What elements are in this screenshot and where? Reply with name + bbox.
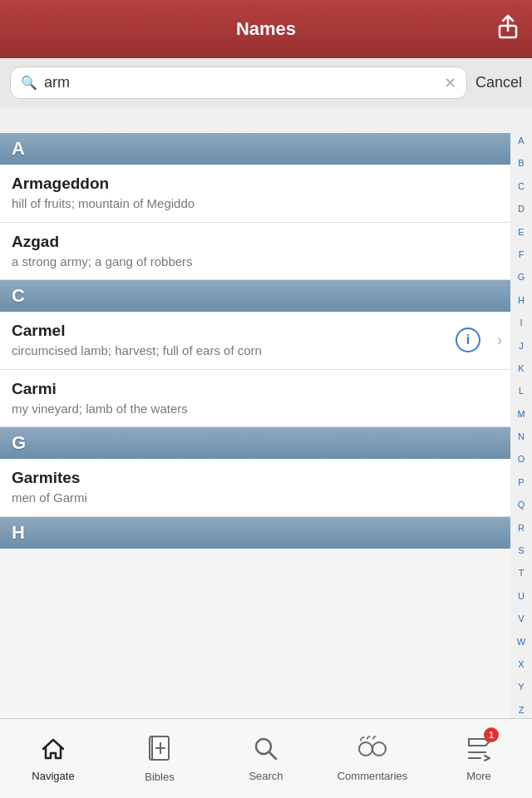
header: Names — [0, 0, 532, 58]
tab-label-more: More — [466, 770, 491, 782]
alpha-letter-c[interactable]: C — [518, 182, 525, 191]
page-title: Names — [236, 18, 296, 40]
tab-label-bibles: Bibles — [145, 771, 174, 783]
item-name: Garmites — [12, 469, 499, 487]
tab-label-search: Search — [249, 770, 283, 782]
alpha-letter-d[interactable]: D — [518, 204, 525, 214]
alpha-letter-r[interactable]: R — [518, 524, 525, 533]
tab-bibles[interactable]: Bibles — [106, 719, 213, 798]
navigate-icon — [40, 736, 66, 766]
item-desc: men of Garmi — [12, 490, 499, 506]
tab-more[interactable]: More1 — [426, 719, 532, 798]
svg-point-8 — [372, 742, 386, 756]
item-desc: my vineyard; lamb of the waters — [12, 401, 499, 417]
commentaries-icon — [356, 736, 389, 766]
alpha-letter-x[interactable]: X — [518, 660, 524, 669]
tab-label-commentaries: Commentaries — [337, 770, 408, 782]
item-name: Carmel — [12, 322, 444, 340]
search-input[interactable] — [44, 74, 437, 91]
alpha-letter-v[interactable]: V — [518, 614, 524, 623]
item-desc: circumcised lamb; harvest; full of ears … — [12, 342, 444, 359]
alpha-letter-z[interactable]: Z — [519, 706, 525, 715]
alpha-letter-a[interactable]: A — [518, 136, 524, 145]
cancel-button[interactable]: Cancel — [475, 74, 522, 91]
list-item[interactable]: Azgada strong army; a gang of robbers — [0, 223, 510, 281]
search-input-wrapper: 🔍 ✕ — [10, 66, 467, 99]
alpha-letter-y[interactable]: Y — [518, 682, 524, 692]
alpha-letter-b[interactable]: B — [518, 159, 524, 168]
list-item[interactable]: Garmitesmen of Garmi — [0, 459, 510, 517]
alpha-letter-j[interactable]: J — [519, 342, 524, 351]
alpha-letter-i[interactable]: I — [520, 318, 522, 328]
item-desc: a strong army; a gang of robbers — [12, 254, 499, 270]
section-header-a: A — [0, 133, 510, 165]
alpha-letter-h[interactable]: H — [518, 296, 525, 305]
alpha-letter-l[interactable]: L — [519, 387, 524, 396]
section-header-h: H — [0, 517, 510, 549]
item-name: Armageddon — [12, 175, 499, 193]
alpha-letter-e[interactable]: E — [518, 228, 524, 237]
alpha-letter-u[interactable]: U — [518, 592, 525, 601]
svg-point-7 — [359, 742, 372, 756]
bibles-icon — [148, 735, 171, 767]
results-list: AArmageddonhill of fruits; mountain of M… — [0, 133, 510, 718]
list-item[interactable]: Carmelcircumcised lamb; harvest; full of… — [0, 312, 510, 370]
notification-badge: 1 — [484, 727, 499, 742]
alpha-letter-p[interactable]: P — [518, 478, 524, 487]
alpha-letter-f[interactable]: F — [519, 250, 525, 259]
alpha-letter-m[interactable]: M — [517, 410, 525, 419]
search-bar: 🔍 ✕ Cancel — [0, 58, 532, 107]
share-button[interactable] — [497, 14, 519, 44]
list-item[interactable]: Carmimy vineyard; lamb of the waters — [0, 370, 510, 428]
item-name: Azgad — [12, 233, 499, 251]
info-button[interactable]: i — [456, 328, 480, 352]
tab-commentaries[interactable]: Commentaries — [319, 719, 426, 798]
search-icon — [253, 736, 279, 766]
alpha-letter-o[interactable]: O — [518, 455, 525, 464]
section-header-g: G — [0, 427, 510, 459]
section-header-c: C — [0, 280, 510, 312]
item-name: Carmi — [12, 380, 499, 398]
alphabet-index: ABCDEFGHIJKLMNOPQRSTUVWXYZ — [510, 133, 532, 718]
clear-button[interactable]: ✕ — [444, 76, 456, 91]
alpha-letter-t[interactable]: T — [519, 569, 525, 578]
alpha-letter-w[interactable]: W — [517, 638, 525, 647]
item-desc: hill of fruits; mountain of Megiddo — [12, 195, 499, 212]
tab-label-navigate: Navigate — [32, 770, 74, 782]
alpha-letter-q[interactable]: Q — [518, 500, 525, 510]
tab-navigate[interactable]: Navigate — [0, 719, 106, 798]
alpha-letter-s[interactable]: S — [518, 546, 524, 555]
alpha-letter-k[interactable]: K — [518, 364, 524, 373]
search-icon: 🔍 — [21, 75, 37, 91]
svg-line-6 — [269, 752, 276, 759]
chevron-right-icon: › — [497, 332, 502, 349]
list-item[interactable]: Armageddonhill of fruits; mountain of Me… — [0, 165, 510, 223]
tab-bar: Navigate Bibles Search Commentaries More… — [0, 718, 532, 798]
alpha-letter-n[interactable]: N — [518, 432, 525, 441]
alpha-letter-g[interactable]: G — [518, 273, 525, 282]
tab-search[interactable]: Search — [213, 719, 319, 798]
